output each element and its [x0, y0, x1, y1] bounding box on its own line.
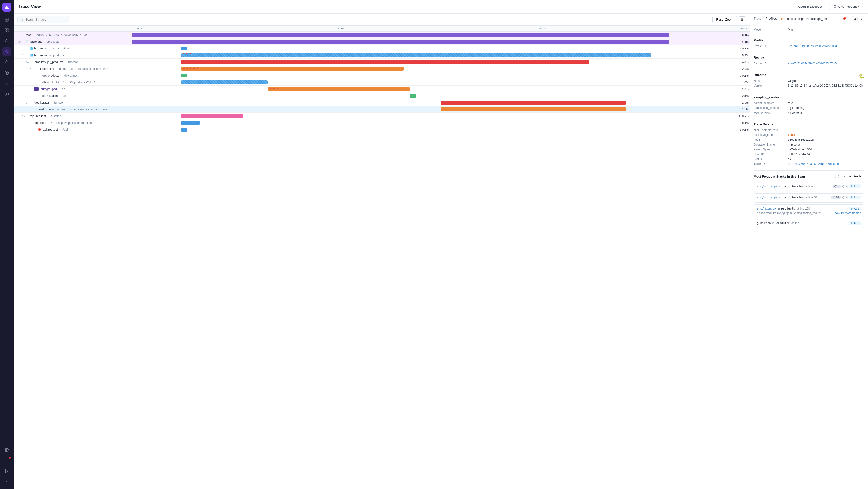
sidebar-item-collapse[interactable] [2, 478, 11, 486]
hash-key: hash [754, 138, 785, 141]
most-frequent-stacks-section: Most Frequent Stacks in this Span i ‹ › … [754, 174, 864, 228]
duration-label: 4.83s [742, 61, 749, 63]
expand-button[interactable]: ⊞ [739, 17, 746, 23]
triangle-marker [196, 67, 198, 69]
profile-button[interactable]: Profile [847, 174, 864, 179]
page-title: Trace View [18, 4, 791, 9]
sidebar-item-settings[interactable] [2, 445, 11, 454]
span-label: db [42, 81, 45, 84]
sidebar-item-trends[interactable] [2, 47, 11, 56]
operation-name-row: Operation Name http.server [754, 143, 864, 146]
app-logo[interactable] [2, 3, 11, 11]
sidebar-item-live[interactable] [2, 467, 11, 476]
trace-id-value[interactable]: e31278c256524c3297e2cd12458e12cc [788, 162, 839, 166]
svg-point-16 [6, 450, 7, 451]
tab-trace[interactable]: Trace [754, 14, 762, 23]
span-sublabel: products.get_iterator.execution_time [61, 108, 107, 111]
sidebar-item-alerts[interactable] [2, 58, 11, 67]
exclusive-time-row: exclusive_time 6.493 [754, 133, 864, 137]
full-view-button[interactable]: ⊞ [859, 16, 864, 21]
trace-row[interactable]: + 🌐 http.server – organization 1.00ms [13, 45, 750, 52]
search-bar: Reset Zoom ⊞ [13, 13, 750, 26]
tab-active-indicator: ■ [781, 17, 782, 21]
timeline-cell: 2.67s [132, 65, 750, 72]
trace-row[interactable]: 1 Trace – e31278c256524c3297e2cd12458e12… [13, 32, 750, 38]
sidebar: ? [0, 0, 13, 489]
trace-row[interactable]: 5– Autogrouped – db 1.66s [13, 86, 750, 92]
wsgi-environ-value[interactable]: › { 50 items } [788, 111, 804, 114]
trace-row[interactable]: db – SELECT * FROM products WHERE id IN … [13, 79, 750, 86]
tree-cell: 1– /api_request – function [13, 114, 132, 118]
timeline-cell: 2.17s [132, 99, 750, 106]
prev-stack-button[interactable]: ‹ [841, 174, 842, 178]
stack-file[interactable]: src/main.py [757, 207, 776, 210]
stack-copy-icon[interactable]: ⎘ [845, 185, 847, 188]
open-in-discover-button[interactable]: Open in Discover [794, 3, 826, 10]
span-sublabel: function [68, 60, 79, 64]
sidebar-item-issues[interactable] [2, 16, 11, 24]
search-input[interactable] [18, 16, 69, 23]
duration-label: 0.27ms [740, 94, 749, 97]
sidebar-item-dashboards[interactable] [2, 26, 11, 35]
trace-row-selected[interactable]: metric.timing – products.get_iterator.ex… [13, 106, 750, 113]
timeline-cell: 1.00ms [132, 45, 750, 52]
tree-cell: 5– Autogrouped – db [13, 87, 132, 91]
pin-icon[interactable]: 📌 [842, 17, 846, 21]
sampling-context-title: sampling_context [754, 95, 864, 99]
tree-column-header [13, 26, 132, 31]
sidebar-item-search[interactable] [2, 37, 11, 46]
span-label: /products.get_products [34, 60, 63, 64]
sidebar-item-profiling[interactable] [2, 90, 11, 98]
info-icon[interactable]: i [835, 174, 839, 178]
trace-row[interactable]: get_products – db.connect 0.09ms [13, 72, 750, 79]
sidebar-item-help[interactable]: ? [2, 456, 11, 465]
replay-id-value[interactable]: ecae7c51f0024f2fa82e6314045d73b5 [788, 62, 837, 65]
stack-file[interactable]: src/utils.py [757, 196, 778, 199]
row-num: 4– [30, 67, 35, 70]
tree-cell: 4– metric.timing – products.get_products… [13, 67, 132, 70]
span-sublabel: SELECT * FROM products WHERE id IN (SELE… [51, 81, 99, 84]
profile-id-row: Profile ID 8fb7bb1891994f8c862f206e87220… [754, 45, 864, 48]
stack-item-header: src/main.py in products at line 158 In A… [757, 207, 861, 210]
reset-zoom-button[interactable]: Reset Zoom [712, 16, 737, 23]
stack-line: at line 158 [797, 207, 810, 210]
stack-github-icon: ⑆ [842, 184, 844, 188]
triangle-marker [186, 53, 188, 54]
stack-copy-icon[interactable]: ⎘ [845, 196, 847, 199]
trace-row[interactable]: 4– metric.timing – products.get_products… [13, 65, 750, 72]
profile-id-value[interactable]: 8fb7bb1891994f8c862f206e8722009d [788, 45, 837, 48]
trace-row[interactable]: 1– http.client – GET https://application… [13, 119, 750, 126]
trace-row[interactable]: 2– /products.get_products – function 4.8… [13, 59, 750, 65]
sidebar-item-metrics[interactable] [2, 79, 11, 88]
inapp-badge: In App [849, 221, 861, 225]
refresh-icon [834, 185, 837, 188]
stack-item: src/utils.py in get_iterator at line 40 … [754, 193, 864, 202]
span-label[interactable]: Autogrouped [40, 87, 57, 91]
search-wrapper [18, 16, 711, 23]
transaction-context-value[interactable]: › { 11 items } [788, 106, 804, 110]
trace-row[interactable]: serialization – json 0.27ms [13, 92, 750, 99]
right-panel-content: Model Mac Profile Profile ID 8fb7bb18919… [750, 24, 868, 489]
sidebar-item-discover[interactable] [2, 68, 11, 77]
tab-profiles[interactable]: Profiles [766, 14, 777, 23]
give-feedback-button[interactable]: Give Feedback [829, 3, 863, 10]
trace-row[interactable]: 1– /api_request – function 709.80ms [13, 113, 750, 119]
span-label: /api_request [30, 114, 46, 118]
trace-row[interactable]: 2– 🌐 http.server – products 5.55s [13, 52, 750, 59]
stack-func: gunicorn [757, 221, 771, 225]
next-stack-button[interactable]: › [844, 174, 845, 178]
trace-row[interactable]: + 🔴 rack.request – /api 1.00ms [13, 126, 750, 133]
trace-row[interactable]: 2+ 📄 pageload – /products 6.41s [13, 38, 750, 45]
split-view-button[interactable]: ⊡ [852, 16, 858, 21]
stack-footer: Called from: flask/app.py in Flask.dispa… [757, 211, 861, 215]
svg-point-20 [850, 176, 851, 177]
trace-row[interactable]: 1– /get_iterator – function 2.17s [13, 99, 750, 106]
span-label: /get_iterator [34, 101, 49, 104]
show-more-frames[interactable]: Show 19 more frames [833, 211, 861, 215]
rack-icon: 🔴 [38, 128, 41, 131]
stack-item-last: gunicorn in <module> at line 8 In App [754, 219, 864, 228]
stack-file[interactable]: src/utils.py [757, 185, 778, 188]
timeline-labels: 0.00ms 2.00s 4.00s 6.00s [132, 27, 750, 30]
parent-sampled-value: true [788, 102, 793, 105]
model-key: Model [754, 28, 785, 31]
